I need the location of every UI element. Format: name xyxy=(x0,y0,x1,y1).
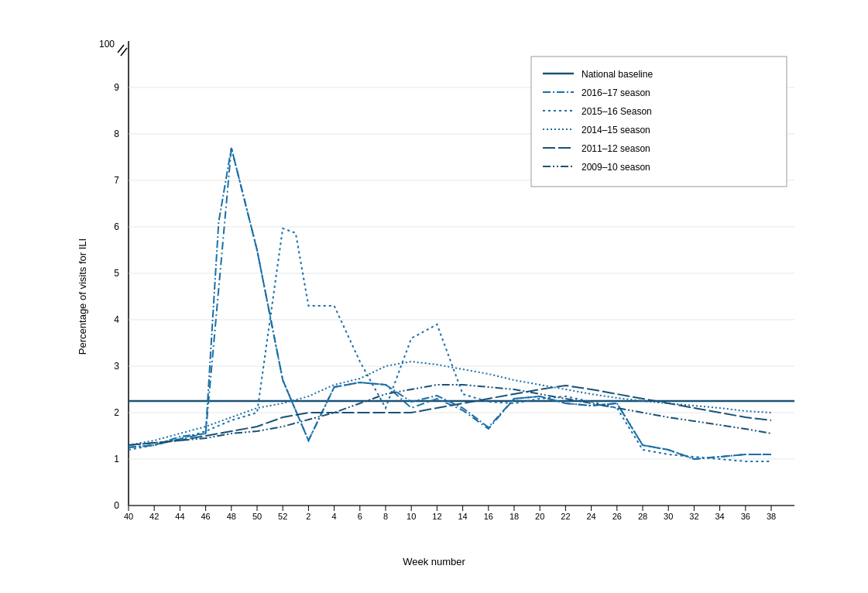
svg-text:26: 26 xyxy=(612,512,621,521)
svg-text:6: 6 xyxy=(357,512,362,521)
svg-text:36: 36 xyxy=(740,512,750,521)
y-tick-7: 7 xyxy=(114,175,119,186)
legend-2016-17-label: 2016–17 season xyxy=(582,87,650,98)
svg-text:50: 50 xyxy=(252,512,261,521)
svg-text:42: 42 xyxy=(149,512,159,521)
chart-svg: 100 0 1 2 3 4 5 6 7 xyxy=(78,33,829,529)
svg-text:46: 46 xyxy=(201,512,210,521)
y-tick-6: 6 xyxy=(114,221,119,232)
svg-text:22: 22 xyxy=(561,512,570,521)
y-tick-1: 1 xyxy=(114,454,119,464)
series-2011-12 xyxy=(129,386,771,445)
y-top-label: 100 xyxy=(98,39,114,50)
svg-text:2: 2 xyxy=(306,512,310,521)
svg-text:28: 28 xyxy=(637,512,647,521)
series-2015-16 xyxy=(129,228,771,461)
legend-2009-10-label: 2009–10 season xyxy=(582,162,650,173)
x-tick-40: 40 xyxy=(123,512,132,521)
x-axis-label: Week number xyxy=(403,556,465,567)
svg-text:44: 44 xyxy=(175,512,184,521)
series-2016-17-v2 xyxy=(129,148,771,459)
y-tick-9: 9 xyxy=(114,82,119,93)
y-tick-3: 3 xyxy=(114,361,119,372)
svg-text:10: 10 xyxy=(407,512,416,521)
svg-text:48: 48 xyxy=(226,512,235,521)
svg-text:30: 30 xyxy=(664,512,673,521)
y-tick-8: 8 xyxy=(114,129,119,139)
svg-line-1 xyxy=(121,48,127,56)
svg-text:32: 32 xyxy=(689,512,698,521)
svg-text:24: 24 xyxy=(586,512,595,521)
svg-text:52: 52 xyxy=(278,512,287,521)
legend-2011-12-label: 2011–12 season xyxy=(582,143,650,154)
chart-area: 100 0 1 2 3 4 5 6 7 xyxy=(78,33,829,529)
y-tick-4: 4 xyxy=(114,314,119,325)
svg-text:4: 4 xyxy=(331,512,336,521)
y-tick-5: 5 xyxy=(114,268,119,279)
legend-box xyxy=(531,57,787,187)
svg-text:38: 38 xyxy=(766,512,775,521)
legend-2014-15-label: 2014–15 season xyxy=(582,125,650,135)
svg-text:18: 18 xyxy=(509,512,518,521)
svg-text:8: 8 xyxy=(383,512,387,521)
svg-text:14: 14 xyxy=(458,512,467,521)
svg-text:34: 34 xyxy=(715,512,724,521)
legend-2015-16-label: 2015–16 Season xyxy=(582,106,652,117)
svg-line-0 xyxy=(118,45,124,53)
series-2016-17 xyxy=(129,148,771,459)
legend-baseline-label: National baseline xyxy=(582,69,653,80)
svg-text:20: 20 xyxy=(535,512,544,521)
y-tick-2: 2 xyxy=(114,407,119,418)
y-tick-0: 0 xyxy=(114,500,119,511)
chart-container: Percentage of visits for ILI 100 0 1 xyxy=(24,18,845,575)
svg-text:16: 16 xyxy=(483,512,492,521)
svg-text:12: 12 xyxy=(432,512,441,521)
series-2009-10 xyxy=(129,385,771,445)
